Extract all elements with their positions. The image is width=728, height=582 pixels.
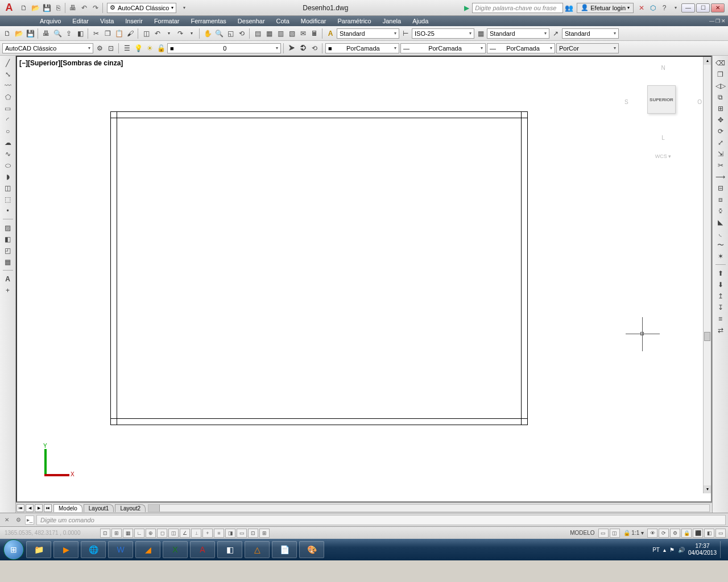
set-bylayer-icon[interactable]: ≡ (715, 314, 726, 324)
menu-editar[interactable]: Editar (67, 18, 94, 24)
coordinates[interactable]: 1365.0535, 482.3171 , 0.0000 (2, 530, 99, 536)
stretch-icon[interactable]: ⇲ (715, 149, 726, 159)
quickview-drawings-icon[interactable]: ◫ (610, 529, 620, 538)
qnew-icon[interactable]: 🗋 (2, 28, 13, 39)
task-wmp-icon[interactable]: ▶ (53, 541, 78, 558)
show-desktop-button[interactable] (720, 541, 725, 558)
cmd-close-icon[interactable]: ✕ (2, 516, 11, 525)
redo-list-icon[interactable]: ▾ (187, 28, 197, 39)
block-editor-icon[interactable]: ◫ (141, 28, 151, 39)
tab-model[interactable]: Modelo (53, 504, 82, 512)
help-icon[interactable]: ? (659, 3, 669, 13)
doc-close-icon[interactable]: ✕ (721, 18, 726, 24)
mleader-style-dropdown[interactable]: Standard (562, 28, 619, 39)
dim-style-icon[interactable]: ⊢ (400, 28, 411, 39)
task-app1-icon[interactable]: ◢ (135, 541, 160, 558)
layer-on-icon[interactable]: 💡 (133, 43, 143, 53)
drawing-canvas[interactable]: [−][Superior][Sombras de cinza] Y X N S … (16, 56, 712, 502)
autocad-app-icon[interactable]: A (2, 1, 16, 15)
lwt-icon[interactable]: ≡ (214, 529, 224, 538)
quickview-layouts-icon[interactable]: ▭ (598, 529, 609, 538)
draw-order-above-icon[interactable]: ↥ (715, 291, 726, 301)
array-icon[interactable]: ⊞ (715, 103, 726, 114)
explode-icon[interactable]: ✶ (715, 251, 726, 261)
paste-icon[interactable]: 📋 (114, 28, 124, 39)
gradient-icon[interactable]: ◧ (3, 234, 13, 244)
save-icon[interactable]: 💾 (42, 3, 52, 13)
clean-screen-icon[interactable]: ▭ (715, 529, 726, 538)
task-chrome-icon[interactable]: 🌐 (81, 541, 106, 558)
doc-min-icon[interactable]: — (709, 18, 714, 24)
tray-clock[interactable]: 17:3704/04/2013 (688, 543, 717, 556)
make-block-icon[interactable]: ⬚ (3, 194, 13, 205)
quickcalc-icon[interactable]: 🖩 (309, 28, 320, 39)
maximize-button[interactable]: ☐ (696, 3, 710, 13)
sc-icon[interactable]: ⊡ (248, 529, 258, 538)
menu-cota[interactable]: Cota (271, 18, 295, 24)
new-icon[interactable]: 🗋 (19, 3, 29, 13)
tpy-icon[interactable]: ◨ (225, 529, 235, 538)
undo-icon[interactable]: ↶ (79, 3, 89, 13)
wcs-dropdown[interactable]: WCS ▾ (655, 153, 672, 159)
offset-icon[interactable]: ⧉ (715, 92, 726, 102)
properties-icon[interactable]: ▤ (253, 28, 263, 39)
redo-icon[interactable]: ↷ (175, 28, 185, 39)
osnap-icon[interactable]: ◻ (157, 529, 167, 538)
table-style-icon[interactable]: ▦ (475, 28, 486, 39)
plot-icon[interactable]: 🖶 (41, 28, 51, 39)
erase-icon[interactable]: ⌫ (715, 58, 726, 68)
copy-obj-icon[interactable]: ❐ (715, 69, 726, 80)
task-vlc-icon[interactable]: △ (245, 541, 270, 558)
task-app2-icon[interactable]: ◧ (217, 541, 242, 558)
command-input[interactable]: Digite um comando (36, 515, 726, 525)
point-icon[interactable]: • (3, 206, 13, 216)
mirror-icon[interactable]: ◁▷ (715, 81, 726, 91)
menu-formatar[interactable]: Formatar (148, 18, 185, 24)
cut-icon[interactable]: ✂ (91, 28, 101, 39)
hatch-icon[interactable]: ▨ (3, 223, 13, 233)
zoom-previous-icon[interactable]: ⟲ (237, 28, 247, 39)
infer-constraints-icon[interactable]: ⊡ (100, 529, 110, 538)
make-current-icon[interactable]: ⮞ (287, 43, 297, 53)
break-at-point-icon[interactable]: ⊟ (715, 183, 726, 193)
menu-arquivo[interactable]: Arquivo (34, 18, 67, 24)
menu-parametrico[interactable]: Paramétrico (332, 18, 377, 24)
stay-connected-icon[interactable]: ⬡ (648, 3, 658, 13)
polyline-icon[interactable]: 〰 (3, 81, 13, 91)
dim-style-dropdown[interactable]: ISO-25 (412, 28, 474, 39)
viewcube-face[interactable]: SUPERIOR (647, 85, 676, 114)
ellipse-icon[interactable]: ⬭ (3, 160, 13, 171)
trim-icon[interactable]: ✂ (715, 160, 726, 171)
annotation-visible-icon[interactable]: 👁 (647, 529, 657, 538)
am-icon[interactable]: ⊞ (259, 529, 270, 538)
color-dropdown[interactable]: ■ PorCamada (325, 43, 399, 53)
circle-icon[interactable]: ○ (3, 126, 13, 136)
vertical-scrollbar[interactable] (703, 57, 711, 493)
tool-palettes-icon[interactable]: ▥ (275, 28, 286, 39)
polar-icon[interactable]: ⊕ (146, 529, 156, 538)
sheet-set-icon[interactable]: ▧ (287, 28, 297, 39)
workspace-dropdown[interactable]: AutoCAD Clássico (2, 43, 93, 53)
insert-block-icon[interactable]: ◫ (3, 183, 13, 193)
minimize-button[interactable]: — (681, 3, 695, 13)
chamfer-icon[interactable]: ◣ (715, 217, 726, 227)
layer-freeze-icon[interactable]: ☀ (144, 43, 155, 53)
construction-line-icon[interactable]: ⤡ (3, 69, 13, 80)
tabs-next-icon[interactable]: ▶ (35, 504, 43, 512)
draw-order-front-icon[interactable]: ⬆ (715, 268, 726, 278)
search-go-icon[interactable]: ▶ (461, 3, 471, 13)
ducs-icon[interactable]: ⟂ (191, 529, 201, 538)
cmd-options-icon[interactable]: ⚙ (14, 516, 23, 525)
dyn-icon[interactable]: + (202, 529, 213, 538)
extend-icon[interactable]: ⟶ (715, 172, 726, 182)
workspace-selector[interactable]: ⚙AutoCAD Clássico▾ (107, 3, 176, 13)
task-autocad-icon[interactable]: A (190, 541, 215, 558)
layer-prop-manager-icon[interactable]: ☰ (122, 43, 132, 53)
save-icon[interactable]: 💾 (25, 28, 35, 39)
help-dropdown-icon[interactable]: ▾ (671, 3, 681, 13)
3dosnap-icon[interactable]: ◫ (168, 529, 179, 538)
tabs-last-icon[interactable]: ⏭ (44, 504, 52, 512)
table-style-dropdown[interactable]: Standard (487, 28, 549, 39)
task-word-icon[interactable]: W (108, 541, 133, 558)
plotstyle-dropdown[interactable]: PorCor (556, 43, 619, 53)
